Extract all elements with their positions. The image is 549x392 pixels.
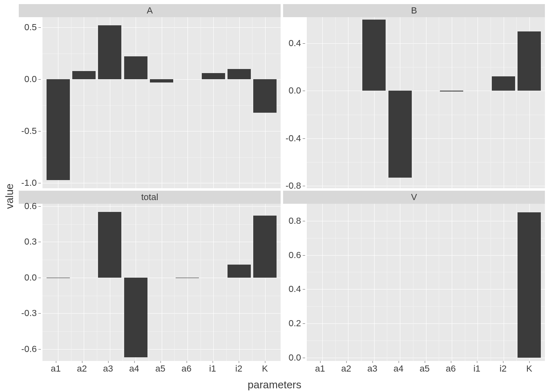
facet-total: total-0.6-0.30.00.30.6a1a2a3a4a5a6i1i2K	[19, 191, 281, 375]
plot-panel	[307, 204, 545, 361]
x-tick-label: a1	[51, 363, 60, 374]
y-tick-label: 0.2	[288, 318, 301, 329]
x-tick-label: i2	[235, 363, 242, 374]
bar	[72, 71, 96, 79]
y-axis-label: value	[3, 0, 16, 392]
x-ticks: a1a2a3a4a5a6i1i2K	[304, 361, 545, 375]
plot-panel	[307, 17, 545, 188]
figure: value parameters A-1.0-0.50.00.5a1a2a3a4…	[0, 0, 549, 392]
y-tick-label: 0.5	[24, 22, 37, 33]
bar	[202, 73, 225, 79]
y-tick-label: 0.0	[288, 352, 301, 363]
x-tick-label: a6	[181, 363, 191, 374]
facet-V: V0.00.20.40.60.8a1a2a3a4a5a6i1i2K	[283, 191, 545, 375]
bar	[492, 76, 515, 91]
y-ticks: 0.00.20.40.60.8	[283, 204, 307, 361]
x-tick-label: a5	[155, 363, 165, 374]
x-tick-label: a2	[341, 363, 351, 374]
bar	[124, 278, 147, 357]
plot-panel	[42, 204, 281, 361]
y-tick-label: 0.0	[24, 272, 37, 283]
y-tick-label: 0.6	[288, 250, 301, 261]
y-tick-label: -0.3	[21, 308, 37, 318]
y-tick-label: 0.3	[24, 236, 37, 247]
x-tick-label: i1	[209, 363, 216, 374]
bar	[518, 212, 541, 358]
bar	[98, 25, 121, 79]
y-tick-label: 0.4	[288, 284, 301, 294]
y-tick-label: -1.0	[21, 178, 37, 188]
x-tick-label: a4	[129, 363, 139, 374]
facet-strip: B	[283, 4, 545, 17]
x-ticks: a1a2a3a4a5a6i1i2K	[40, 361, 281, 375]
x-tick-label: a1	[315, 363, 325, 374]
x-tick-label: a3	[103, 363, 113, 374]
bar	[518, 31, 541, 91]
facet-A: A-1.0-0.50.00.5a1a2a3a4a5a6i1i2K	[19, 4, 281, 188]
bar	[228, 265, 251, 278]
bar	[253, 79, 277, 112]
bar	[47, 79, 70, 180]
x-tick-label: a5	[420, 363, 429, 374]
bar	[176, 278, 199, 278]
y-tick-label: 0.8	[288, 216, 301, 226]
x-tick-label: a2	[77, 363, 87, 374]
x-tick-label: K	[526, 363, 532, 374]
x-tick-label: a6	[446, 363, 455, 374]
y-tick-label: -0.4	[286, 133, 301, 144]
bar	[388, 91, 412, 177]
bar	[253, 216, 277, 278]
y-ticks: -0.6-0.30.00.30.6	[19, 204, 42, 361]
y-ticks: -0.8-0.40.00.4	[283, 17, 307, 188]
x-tick-label: i1	[473, 363, 480, 374]
facet-grid: A-1.0-0.50.00.5a1a2a3a4a5a6i1i2KB-0.8-0.…	[19, 4, 545, 375]
bar	[124, 56, 147, 79]
y-tick-label: 0.6	[24, 201, 37, 212]
bar	[98, 212, 121, 277]
x-tick-label: a3	[367, 363, 377, 374]
facet-B: B-0.8-0.40.00.4a1a2a3a4a5a6i1i2K	[283, 4, 545, 188]
bar	[440, 91, 463, 91]
x-tick-label: i2	[500, 363, 507, 374]
bar	[150, 79, 173, 82]
facet-strip: total	[19, 191, 281, 204]
facet-strip: V	[283, 191, 545, 204]
x-axis-label: parameters	[0, 379, 549, 391]
y-tick-label: -0.6	[21, 344, 37, 354]
facet-strip: A	[19, 4, 281, 17]
y-tick-label: 0.0	[24, 74, 37, 85]
y-ticks: -1.0-0.50.00.5	[19, 17, 42, 188]
y-tick-label: -0.8	[286, 180, 301, 191]
bar	[228, 69, 251, 79]
y-tick-label: 0.0	[288, 85, 301, 96]
plot-panel	[42, 17, 281, 188]
x-tick-label: K	[262, 363, 268, 374]
x-tick-label: a4	[393, 363, 403, 374]
bar	[47, 278, 70, 278]
y-tick-label: -0.5	[21, 126, 37, 136]
bar	[362, 20, 386, 91]
y-tick-label: 0.4	[288, 38, 301, 49]
